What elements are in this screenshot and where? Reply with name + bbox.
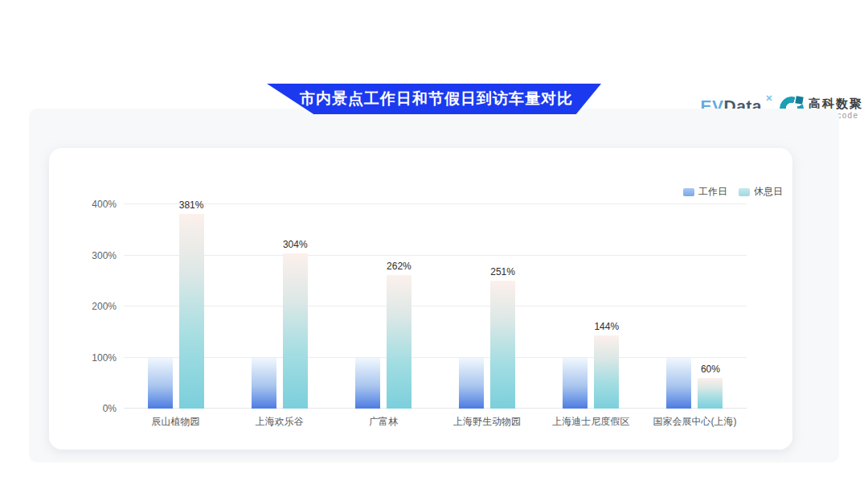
content-panel: 工作日休息日 0%100%200%300%400% 381%辰山植物园304%上… (29, 109, 839, 462)
page: EVData ✕ SHANGHAI CHINA 高科数聚 Gausscode 市… (0, 84, 868, 489)
y-axis: 0%100%200%300%400% (49, 204, 117, 409)
bar-group: 251%上海野生动物园 (436, 204, 539, 409)
plot-area: 381%辰山植物园304%上海欢乐谷262%广富林251%上海野生动物园144%… (124, 204, 747, 409)
bar-workday[interactable] (563, 358, 588, 409)
value-label: 144% (594, 321, 619, 332)
value-label: 251% (490, 266, 515, 277)
bar-workday[interactable] (459, 358, 484, 409)
bar-restday[interactable]: 60% (698, 378, 723, 409)
legend-label: 休息日 (754, 185, 783, 199)
bar-restday[interactable]: 144% (594, 335, 619, 409)
title-banner: 市内景点工作日和节假日到访车量对比 (267, 84, 601, 114)
chart-legend: 工作日休息日 (683, 185, 783, 199)
bar-group: 304%上海欢乐谷 (227, 204, 331, 409)
gausscode-square (795, 96, 803, 104)
y-tick-label: 200% (92, 301, 117, 312)
chart-card: 工作日休息日 0%100%200%300%400% 381%辰山植物园304%上… (49, 148, 792, 450)
bar-workday[interactable] (666, 358, 691, 409)
value-label: 60% (701, 364, 720, 375)
value-label: 381% (179, 199, 204, 211)
value-label: 304% (283, 239, 308, 250)
category-label: 广富林 (369, 415, 398, 429)
value-label: 262% (387, 261, 411, 272)
bar-restday[interactable]: 251% (490, 281, 515, 409)
bar-restday[interactable]: 262% (387, 275, 411, 409)
bar-group: 144%上海迪士尼度假区 (539, 204, 643, 409)
bar-restday[interactable]: 304% (283, 253, 308, 409)
category-label: 上海迪士尼度假区 (552, 415, 629, 429)
evdata-x-mark-icon: ✕ (765, 94, 773, 103)
y-tick-label: 100% (92, 352, 117, 364)
y-tick-label: 0% (103, 403, 117, 414)
bar-group: 381%辰山植物园 (124, 204, 227, 409)
bar-restday[interactable]: 381% (179, 214, 204, 409)
bar-group: 262%广富林 (331, 204, 435, 409)
category-label: 国家会展中心(上海) (653, 415, 736, 429)
legend-swatch-icon (683, 188, 694, 196)
y-tick-label: 400% (92, 199, 117, 210)
legend-item[interactable]: 工作日 (683, 185, 727, 199)
page-title: 市内景点工作日和节假日到访车量对比 (295, 88, 573, 109)
category-label: 上海欢乐谷 (256, 415, 304, 429)
bar-group: 60%国家会展中心(上海) (643, 204, 747, 409)
legend-item[interactable]: 休息日 (739, 185, 783, 199)
legend-swatch-icon (739, 188, 750, 196)
category-label: 上海野生动物园 (453, 415, 521, 429)
bar-workday[interactable] (355, 358, 380, 409)
bar-workday[interactable] (148, 358, 173, 409)
y-tick-label: 300% (92, 250, 117, 261)
category-label: 辰山植物园 (152, 415, 200, 429)
bar-workday[interactable] (252, 358, 276, 409)
legend-label: 工作日 (698, 185, 727, 199)
